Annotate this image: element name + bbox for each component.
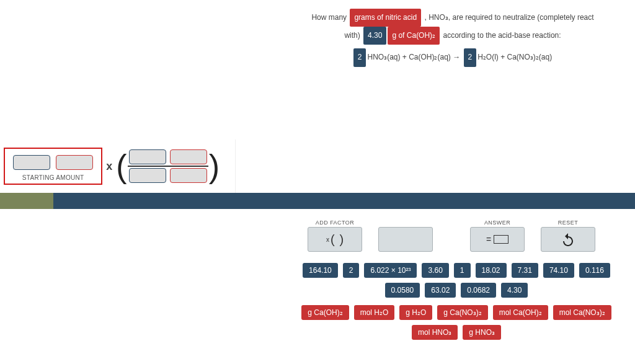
chip-number[interactable]: 7.31 [512,263,538,278]
divider-band [0,193,635,209]
eq-coef-1: 2 [353,48,366,66]
q-part1b: , HNO₃, are required to neutralize (comp… [422,10,593,25]
chip-number[interactable]: 3.60 [422,263,448,278]
chip-number[interactable]: 74.10 [543,263,574,278]
eq-mid: HNO₃(aq) + Ca(OH)₂(aq) → [367,50,462,65]
chip-number[interactable]: 4.30 [501,283,528,298]
chip-number[interactable]: 2 [343,263,360,278]
chip-number[interactable]: 18.02 [476,263,507,278]
chip-number[interactable]: 6.022 × 10²³ [364,263,417,278]
question-text: How many grams of nitric acid , HNO₃, ar… [285,9,620,67]
reset-button[interactable] [541,227,595,252]
start-unit-slot[interactable] [56,155,93,170]
equation-builder: STARTING AMOUNT x ( ) [0,140,236,193]
chip-number[interactable]: 0.116 [579,263,610,278]
numer-value-slot[interactable] [129,149,166,164]
chip-number[interactable]: 63.02 [425,283,456,298]
chip-unit[interactable]: mol Ca(NO₃)₂ [553,305,611,320]
q-part1a: How many [311,10,349,25]
add-factor-button[interactable]: x( ) [308,227,362,252]
answer-label: ANSWER [470,220,525,226]
chip-number[interactable]: 1 [454,263,471,278]
unit-chips: g Ca(OH)₂ mol H₂O g H₂O g Ca(NO₃)₂ mol C… [295,305,618,340]
add-factor-label: ADD FACTOR [308,220,362,226]
denom-unit-slot[interactable] [170,168,207,183]
starting-amount-label: STARTING AMOUNT [11,174,95,181]
q-part2b: according to the acid-base reaction: [441,28,561,43]
chip-unit[interactable]: mol Ca(OH)₂ [493,305,548,320]
q-pill-grams-nitric: grams of nitric acid [350,9,421,27]
answer-button[interactable]: = [470,227,525,252]
chip-unit[interactable]: g HNO₃ [463,325,501,340]
eq-coef-2: 2 [464,48,477,66]
conversion-factor: ( ) [116,148,220,185]
chip-number[interactable]: 0.0580 [385,283,420,298]
chip-unit[interactable]: mol H₂O [354,305,395,320]
starting-amount-box[interactable]: STARTING AMOUNT [4,148,102,185]
progress-chip [0,193,53,209]
chip-unit[interactable]: g Ca(OH)₂ [301,305,349,320]
right-paren-icon: ) [209,148,220,185]
reset-label: RESET [541,220,595,226]
multiply-icon: x [102,160,116,173]
chip-number[interactable]: 0.0682 [461,283,496,298]
blank-label [378,220,433,226]
q-part2a: with) [344,28,362,43]
blank-button[interactable] [378,227,433,252]
chip-unit[interactable]: g Ca(NO₃)₂ [437,305,487,320]
q-pill-g-caoh2: g of Ca(OH)₂ [388,27,440,45]
chip-unit[interactable]: mol HNO₃ [412,325,458,340]
q-pill-430: 4.30 [363,27,386,45]
start-value-slot[interactable] [13,155,50,170]
numer-unit-slot[interactable] [170,149,207,164]
controls-area: ADD FACTOR x( ) ANSWER = RESET 164.10 2 … [308,220,630,340]
chip-unit[interactable]: g H₂O [399,305,432,320]
denom-value-slot[interactable] [129,168,166,183]
left-paren-icon: ( [116,148,127,185]
eq-tail: H₂O(l) + Ca(NO₃)₂(aq) [477,50,552,65]
fraction-bar [128,166,208,167]
number-chips: 164.10 2 6.022 × 10²³ 3.60 1 18.02 7.31 … [295,263,618,298]
undo-icon [561,232,575,247]
chip-number[interactable]: 164.10 [303,263,338,278]
